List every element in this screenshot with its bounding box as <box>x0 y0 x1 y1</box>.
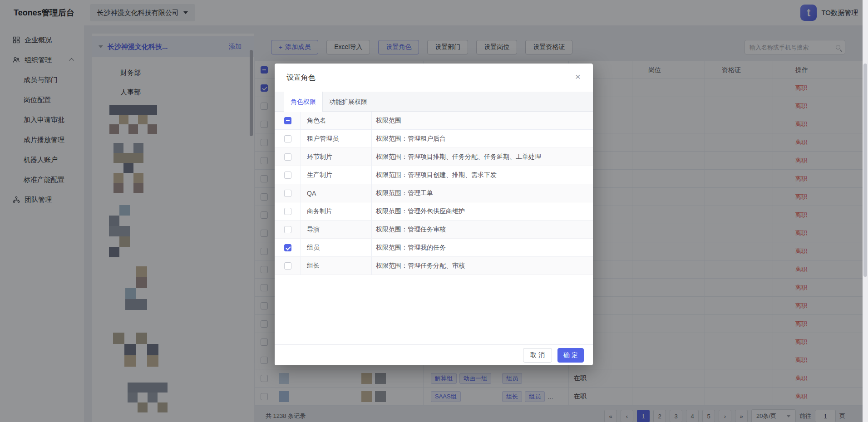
role-checkbox[interactable] <box>284 172 291 179</box>
set-role-modal: 设置角色 × 角色权限 功能扩展权限 角色名 权限范围 租户管理员权限范围：管理… <box>275 64 593 365</box>
role-table-body: 租户管理员权限范围：管理租户后台环节制片权限范围：管理项目排期、任务分配、任务延… <box>275 130 593 275</box>
close-icon[interactable]: × <box>571 70 585 83</box>
scrollbar-thumb[interactable] <box>863 64 867 277</box>
role-checkbox[interactable] <box>284 190 291 197</box>
role-name: 组员 <box>301 239 372 256</box>
role-checkbox[interactable] <box>284 153 291 161</box>
page-scrollbar[interactable] <box>863 0 868 422</box>
role-scope: 权限范围：管理项目创建、排期、需求下发 <box>372 166 593 184</box>
role-checkbox[interactable] <box>284 226 291 233</box>
role-scope: 权限范围：管理项目排期、任务分配、任务延期、工单处理 <box>372 148 593 166</box>
role-name: 生产制片 <box>301 166 372 184</box>
confirm-button[interactable]: 确 定 <box>557 348 584 363</box>
role-name: 导演 <box>301 221 372 238</box>
role-name: 商务制片 <box>301 202 372 220</box>
role-name: 租户管理员 <box>301 130 372 147</box>
modal-footer: 取 消 确 定 <box>275 344 593 365</box>
role-row[interactable]: 组长权限范围：管理任务分配、审核 <box>275 257 593 275</box>
role-column-header: 角色名 <box>301 112 372 129</box>
role-scope: 权限范围：管理任务分配、审核 <box>372 257 593 275</box>
tab-extended-permissions[interactable]: 功能扩展权限 <box>323 92 374 111</box>
role-row[interactable]: 环节制片权限范围：管理项目排期、任务分配、任务延期、工单处理 <box>275 148 593 166</box>
cancel-button[interactable]: 取 消 <box>523 348 552 363</box>
role-scope: 权限范围：管理工单 <box>372 184 593 202</box>
role-row[interactable]: 组员权限范围：管理我的任务 <box>275 239 593 257</box>
role-row[interactable]: 生产制片权限范围：管理项目创建、排期、需求下发 <box>275 166 593 184</box>
role-checkbox[interactable] <box>284 135 291 142</box>
role-checkbox[interactable] <box>284 208 291 215</box>
role-row[interactable]: 导演权限范围：管理任务审核 <box>275 221 593 239</box>
role-scope: 权限范围：管理租户后台 <box>372 130 593 147</box>
role-row[interactable]: 商务制片权限范围：管理外包供应商维护 <box>275 202 593 221</box>
tab-role-permissions[interactable]: 角色权限 <box>284 92 323 112</box>
role-checkbox[interactable] <box>284 262 291 270</box>
select-all-roles-checkbox[interactable] <box>284 117 291 124</box>
modal-tabbar: 角色权限 功能扩展权限 <box>275 92 593 112</box>
role-row[interactable]: QA权限范围：管理工单 <box>275 184 593 202</box>
role-scope: 权限范围：管理任务审核 <box>372 221 593 238</box>
role-name: 组长 <box>301 257 372 275</box>
modal-title: 设置角色 <box>286 73 316 83</box>
role-row[interactable]: 租户管理员权限范围：管理租户后台 <box>275 130 593 148</box>
role-checkbox[interactable] <box>284 244 291 251</box>
role-name: 环节制片 <box>301 148 372 166</box>
scope-column-header: 权限范围 <box>372 112 593 129</box>
role-scope: 权限范围：管理我的任务 <box>372 239 593 256</box>
role-table-header: 角色名 权限范围 <box>275 112 593 130</box>
role-scope: 权限范围：管理外包供应商维护 <box>372 202 593 220</box>
role-name: QA <box>301 184 372 202</box>
modal-header: 设置角色 × <box>275 64 593 92</box>
